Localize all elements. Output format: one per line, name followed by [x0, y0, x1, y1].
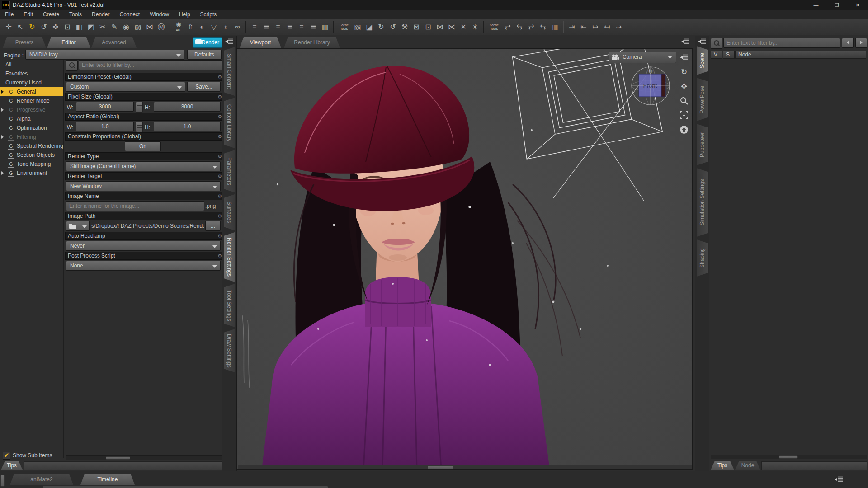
restore-figure-icon[interactable]: ↻	[375, 21, 387, 33]
section-gear-icon[interactable]: ⚙	[217, 133, 222, 140]
image-path-value[interactable]: s/Dropbox/! DAZ Projects/Demo Scenes/Ren…	[91, 221, 204, 231]
left-panel-hscrollbar[interactable]	[66, 455, 222, 460]
sidebar-item-all[interactable]: All	[0, 60, 63, 70]
translate-tool-icon[interactable]: ✜	[50, 21, 61, 33]
dimension-preset-dropdown[interactable]: Custom	[66, 82, 185, 92]
aspect-ratio-spinner[interactable]	[136, 122, 143, 132]
transfer-utility-icon[interactable]: ⇄	[502, 21, 514, 33]
sidebar-item-tone-mapping[interactable]: GTone Mapping	[0, 160, 63, 169]
align-right-icon[interactable]: ≡	[272, 21, 284, 33]
sidebar-item-progressive-rend[interactable]: GProgressive Rend...	[0, 105, 63, 115]
rotate-tool-icon[interactable]: ↺	[38, 21, 50, 33]
joint-editor-icon[interactable]: ⋈	[144, 21, 156, 33]
show-sub-items-checkbox[interactable]: ✔	[3, 452, 10, 460]
sidebar-item-optimization[interactable]: GOptimization	[0, 123, 63, 133]
viewport-canvas[interactable]: Top Front Camera ↻ ✥	[236, 48, 693, 470]
sidebar-item-spectral-rendering[interactable]: GSpectral Rendering	[0, 141, 63, 151]
dimension-save-button[interactable]: Save...	[187, 82, 221, 92]
filter-input[interactable]	[79, 60, 222, 70]
bottom-pane-menu-icon[interactable]	[834, 476, 844, 484]
geometry-editor-icon[interactable]: ✂	[97, 21, 108, 33]
iray-preview-bulb-icon[interactable]: ☀	[469, 21, 481, 33]
tab-animate2[interactable]: aniMate2	[10, 474, 73, 485]
auto-headlamp-dropdown[interactable]: Never	[66, 241, 221, 251]
surface-selection-tool-icon[interactable]: ◧	[73, 21, 85, 33]
aspect-height-input[interactable]	[154, 122, 221, 131]
post-process-dropdown[interactable]: None	[66, 261, 221, 271]
frame-selection-icon[interactable]: ⇧	[184, 21, 196, 33]
sidebar-item-favorites[interactable]: Favorites	[0, 69, 63, 79]
section-gear-icon[interactable]: ⚙	[217, 232, 222, 239]
render-target-dropdown[interactable]: New Window	[66, 181, 221, 191]
tab-editor[interactable]: Editor	[47, 37, 90, 48]
scene-column-node[interactable]: Node	[735, 51, 866, 59]
cone-of-vision-icon[interactable]: ▽	[208, 21, 220, 33]
pixel-height-input[interactable]	[154, 102, 221, 112]
view-visibility-all-icon[interactable]: ◉ALL	[173, 21, 184, 33]
zoom-tool-icon[interactable]	[678, 95, 690, 107]
memorize-figure-icon[interactable]: ▧	[352, 21, 363, 33]
defaults-button[interactable]: Defaults	[187, 50, 222, 60]
viewport-camera-dropdown[interactable]: Camera	[609, 52, 676, 63]
mirror-lock-icon[interactable]: ⋈	[434, 21, 446, 33]
aspect-width-input[interactable]	[76, 122, 134, 131]
constrain-on-button[interactable]: On	[125, 141, 161, 151]
align-top-icon[interactable]: ≣	[284, 21, 296, 33]
engine-dropdown[interactable]: NVIDIA Iray	[25, 50, 184, 60]
node-selection-tool-icon[interactable]: ↖	[14, 21, 26, 33]
scene-back-button[interactable]	[842, 38, 854, 48]
viewport-hscrollbar[interactable]	[238, 465, 692, 469]
opacity-toggle-icon[interactable]: ◐	[196, 21, 208, 33]
left-tips-tab[interactable]: Tips	[1, 461, 23, 470]
figure-swap-b-icon[interactable]: ⇄	[525, 21, 537, 33]
left-dock-tab-content-library[interactable]: Content Library	[224, 98, 235, 148]
zero-figure-icon[interactable]: ⚒	[399, 21, 410, 33]
menu-file[interactable]: File	[0, 11, 19, 18]
right-dock-tab-simulation-settings[interactable]: Simulation Settings	[697, 168, 708, 237]
scene-tips-tab[interactable]: Tips	[711, 461, 734, 470]
figure-swap-a-icon[interactable]: ⇆	[514, 21, 525, 33]
section-gear-icon[interactable]: ⚙	[217, 113, 222, 120]
sidebar-item-section-objects[interactable]: GSection Objects	[0, 150, 63, 160]
limits-on-icon[interactable]: ⊠	[410, 21, 422, 33]
menu-connect[interactable]: Connect	[114, 11, 145, 18]
universal-manipulator-icon[interactable]: ✛	[3, 21, 14, 33]
right-dock-tab-scene[interactable]: Scene	[697, 46, 708, 75]
sidebar-item-alpha[interactable]: GAlpha	[0, 114, 63, 124]
pixel-size-spinner[interactable]	[136, 102, 143, 113]
menu-tools[interactable]: Tools	[64, 11, 87, 18]
section-gear-icon[interactable]: ⚙	[217, 153, 222, 160]
tab-presets[interactable]: Presets	[3, 37, 46, 48]
grid-snap-icon[interactable]: ▦	[319, 21, 331, 33]
menu-create[interactable]: Create	[38, 11, 64, 18]
scene-hscrollbar[interactable]	[711, 455, 867, 459]
viewport-pane-menu-icon[interactable]	[681, 38, 691, 46]
left-dock-tab-smart-content[interactable]: Smart Content	[224, 47, 235, 96]
limits-off-icon[interactable]: ⊡	[422, 21, 434, 33]
node-align-b-icon[interactable]: ⇤	[578, 21, 590, 33]
left-dock-tab-draw-settings[interactable]: Draw Settings	[224, 329, 235, 372]
render-type-dropdown[interactable]: Still Image (Current Frame)	[66, 161, 221, 171]
align-left-icon[interactable]: ≡	[249, 21, 260, 33]
sidebar-item-general[interactable]: GGeneral	[0, 87, 63, 97]
left-dock-tab-tool-settings[interactable]: Tool Settings	[224, 284, 235, 327]
align-center-icon[interactable]: ≣	[260, 21, 272, 33]
texture-shaded-icon[interactable]: ▨	[132, 21, 144, 33]
expander-icon[interactable]	[1, 108, 4, 112]
preview-lights-icon[interactable]: ∞	[231, 21, 243, 33]
right-dock-tab-shaping[interactable]: Shaping	[697, 239, 708, 277]
right-dock-tab-powerpose[interactable]: PowerPose	[697, 78, 708, 121]
orbit-tool-icon[interactable]: ↻	[678, 66, 690, 78]
expander-icon[interactable]	[1, 171, 4, 175]
align-bottom-icon[interactable]: ≣	[307, 21, 319, 33]
figure-swap-c-icon[interactable]: ⇆	[537, 21, 549, 33]
section-gear-icon[interactable]: ⚙	[217, 252, 222, 259]
menu-help[interactable]: Help	[174, 11, 195, 18]
activepose-tool-icon[interactable]: ↻	[26, 21, 38, 33]
align-middle-icon[interactable]: ≡	[296, 21, 307, 33]
left-dock-tab-render-settings[interactable]: Render Settings	[224, 232, 235, 282]
left-dock-tab-parameters[interactable]: Parameters	[224, 150, 235, 192]
scale-tool-icon[interactable]: ⊡	[61, 21, 73, 33]
sidebar-item-filtering[interactable]: GFiltering	[0, 132, 63, 142]
sidebar-item-render-mode[interactable]: GRender Mode	[0, 96, 63, 106]
